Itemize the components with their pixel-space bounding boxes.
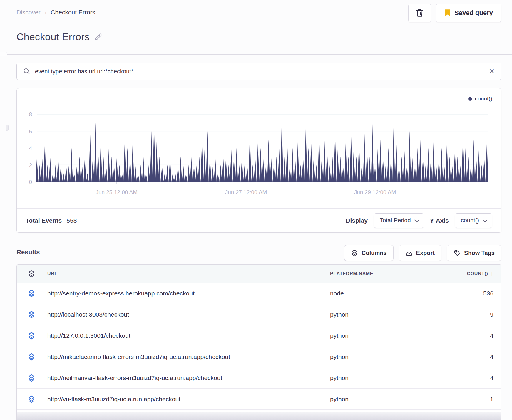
chevron-down-icon (414, 217, 419, 222)
column-header-count[interactable]: COUNT() ↓ (424, 270, 497, 277)
table-bottom-edge (16, 412, 501, 420)
breadcrumb-current: Checkout Errors (51, 9, 95, 16)
url-cell[interactable]: http://sentry-demos-express.herokuapp.co… (42, 290, 327, 297)
url-cell[interactable]: http://127.0.0.1:3001/checkout (42, 332, 327, 339)
total-events-label: Total Events (26, 217, 62, 224)
search-input[interactable] (35, 68, 484, 75)
svg-text:Jun 25 12:00 AM: Jun 25 12:00 AM (96, 189, 138, 195)
download-icon (406, 249, 413, 256)
stack-icon (28, 311, 35, 318)
stack-icon (28, 270, 35, 278)
trash-icon (416, 9, 424, 17)
row-stack-button[interactable] (21, 290, 42, 297)
table-row: http://localhost:3003/checkout python 9 (17, 304, 501, 325)
search-bar: ✕ (16, 63, 501, 80)
bookmark-icon (444, 9, 451, 17)
display-label: Display (346, 217, 368, 224)
url-cell[interactable]: http://mikaelacarino-flask-errors-m3uuiz… (42, 353, 327, 360)
drag-handle[interactable] (6, 125, 9, 131)
platform-cell: python (327, 374, 424, 382)
yaxis-label: Y-Axis (430, 217, 449, 224)
platform-cell: node (327, 290, 424, 297)
stack-icon (28, 353, 35, 361)
sidebar-collapse-handle[interactable] (0, 52, 7, 56)
platform-cell: python (327, 332, 424, 339)
display-dropdown[interactable]: Total Period (374, 213, 424, 228)
url-cell[interactable]: http://localhost:3003/checkout (42, 311, 327, 318)
yaxis-dropdown[interactable]: count() (455, 213, 492, 228)
row-stack-button[interactable] (21, 395, 42, 403)
row-stack-button[interactable] (21, 311, 42, 318)
edit-title-icon[interactable] (94, 33, 102, 41)
url-cell[interactable]: http://neilmanvar-flask-errors-m3uuizd7i… (42, 374, 327, 382)
table-row: http://127.0.0.1:3001/checkout python 4 (17, 325, 501, 346)
svg-text:4: 4 (29, 145, 32, 151)
events-chart-panel: count() 02468Jun 25 12:00 AMJun 27 12:00… (16, 88, 501, 233)
count-cell: 4 (424, 353, 497, 360)
columns-button[interactable]: Columns (344, 245, 394, 261)
breadcrumb: Discover › Checkout Errors (16, 9, 95, 16)
count-cell: 4 (424, 374, 497, 382)
chevron-down-icon (483, 217, 488, 222)
export-button-label: Export (416, 250, 435, 256)
page-title: Checkout Errors (16, 31, 90, 43)
total-events-value: 558 (66, 217, 77, 224)
breadcrumb-discover-link[interactable]: Discover (16, 9, 41, 16)
column-header-platform[interactable]: PLATFORM.NAME (327, 271, 424, 276)
header-divider (0, 54, 512, 55)
svg-text:Jun 29 12:00 AM: Jun 29 12:00 AM (354, 189, 396, 195)
count-cell: 9 (424, 311, 497, 318)
search-icon (23, 68, 30, 75)
results-actions: Columns Export Show Tags (344, 245, 501, 261)
table-row: http://vu-flask-m3uuizd7iq-uc.a.run.app/… (17, 389, 501, 410)
stack-icon (28, 332, 35, 340)
table-header-row: URL PLATFORM.NAME COUNT() ↓ (17, 265, 501, 283)
count-cell: 536 (424, 290, 497, 297)
platform-cell: python (327, 311, 424, 318)
svg-text:2: 2 (29, 162, 32, 168)
export-button[interactable]: Export (399, 245, 441, 261)
row-stack-button[interactable] (21, 374, 42, 382)
svg-text:8: 8 (29, 111, 32, 117)
header-stack-icon-cell[interactable] (21, 270, 42, 278)
platform-cell: python (327, 396, 424, 403)
row-stack-button[interactable] (21, 353, 42, 361)
table-row: http://neilmanvar-flask-errors-m3uuizd7i… (17, 367, 501, 389)
stack-icon (28, 374, 35, 382)
results-title: Results (16, 248, 40, 256)
table-row: http://sentry-demos-express.herokuapp.co… (17, 283, 501, 304)
header-actions: Saved query (408, 4, 501, 22)
table-row: http://mikaelacarino-flask-errors-m3uuiz… (17, 346, 501, 367)
chart-footer: Total Events 558 Display Total Period Y-… (17, 208, 501, 232)
column-header-url[interactable]: URL (42, 271, 327, 276)
count-header-label: COUNT() (467, 271, 488, 276)
platform-cell: python (327, 353, 424, 360)
results-table: URL PLATFORM.NAME COUNT() ↓ http://sentr… (16, 264, 501, 420)
svg-text:0: 0 (29, 179, 32, 185)
breadcrumb-chevron-icon: › (45, 9, 47, 16)
tag-icon (454, 249, 461, 256)
show-tags-button-label: Show Tags (464, 250, 495, 256)
show-tags-button[interactable]: Show Tags (447, 245, 501, 261)
display-dropdown-value: Total Period (380, 217, 411, 224)
count-cell: 1 (424, 396, 497, 403)
sort-descending-icon: ↓ (490, 270, 493, 277)
stack-icon (28, 395, 35, 403)
stack-icon (28, 290, 35, 297)
saved-query-label: Saved query (454, 9, 493, 17)
yaxis-dropdown-value: count() (461, 217, 479, 224)
delete-query-button[interactable] (408, 4, 431, 22)
columns-stack-icon (351, 249, 358, 256)
saved-query-button[interactable]: Saved query (436, 4, 501, 22)
count-cell: 4 (424, 332, 497, 339)
svg-text:6: 6 (29, 128, 32, 135)
clear-search-icon[interactable]: ✕ (489, 68, 495, 75)
row-stack-button[interactable] (21, 332, 42, 340)
events-area-chart: 02468Jun 25 12:00 AMJun 27 12:00 AMJun 2… (22, 95, 496, 202)
results-table-body: http://sentry-demos-express.herokuapp.co… (17, 283, 501, 410)
url-cell[interactable]: http://vu-flask-m3uuizd7iq-uc.a.run.app/… (42, 396, 327, 403)
columns-button-label: Columns (362, 250, 387, 256)
svg-text:Jun 27 12:00 AM: Jun 27 12:00 AM (225, 189, 267, 195)
